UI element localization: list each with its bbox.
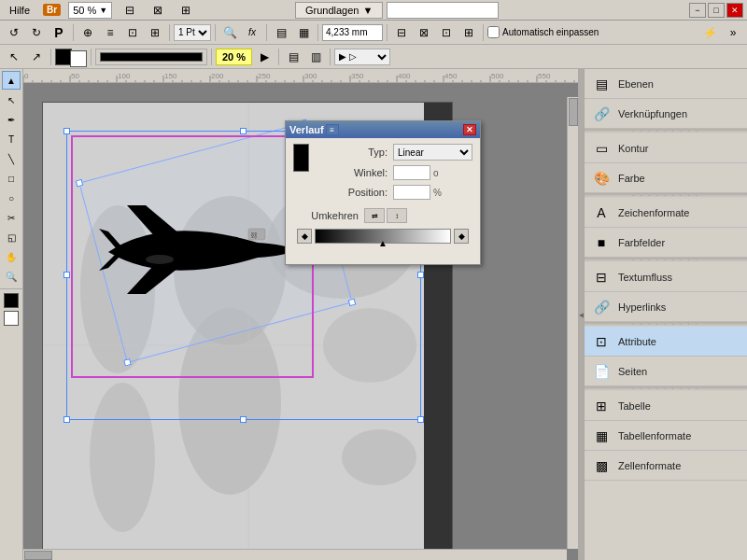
align-left-icon[interactable]: ▤ bbox=[271, 23, 291, 42]
zoom-tool-btn[interactable]: 🔍 bbox=[2, 267, 21, 286]
auto-checkbox[interactable] bbox=[487, 26, 500, 38]
canvas-area[interactable]: ⛓ Verlauf ≡ ✕ bbox=[23, 69, 578, 560]
minimize-button[interactable]: − bbox=[689, 3, 706, 18]
right-panel-item-farbfelder[interactable]: ■Farbfelder bbox=[585, 228, 747, 258]
vertical-scrollbar[interactable] bbox=[567, 97, 578, 549]
gradient-position-input[interactable]: 0 bbox=[393, 185, 430, 200]
v-scroll-thumb[interactable] bbox=[569, 98, 578, 126]
right-panel-item-farbe[interactable]: 🎨Farbe bbox=[585, 163, 747, 193]
separator-3 bbox=[215, 24, 216, 41]
horizontal-scrollbar[interactable] bbox=[23, 549, 567, 560]
svg-point-7 bbox=[342, 429, 416, 485]
width-input[interactable] bbox=[322, 24, 383, 41]
zoom-tool[interactable]: 🔍 bbox=[219, 23, 240, 42]
right-panel-item-zellenformate[interactable]: ▩Zellenformate bbox=[585, 451, 747, 481]
mode-select[interactable]: ▶ ▷ bbox=[334, 49, 390, 65]
zoom-select[interactable]: 50 % ▼ bbox=[68, 2, 112, 19]
right-panel-item-ebenen[interactable]: ▤Ebenen bbox=[585, 69, 747, 99]
fill-indicator[interactable] bbox=[4, 293, 19, 308]
direct-select-tool-btn[interactable]: ↖ bbox=[2, 91, 21, 109]
attribute-icon: ⊡ bbox=[592, 332, 611, 351]
svg-point-4 bbox=[90, 383, 155, 532]
gradient-winkel-input[interactable]: 90 bbox=[393, 165, 430, 180]
right-panel-item-zeichenformate[interactable]: AZeichenformate bbox=[585, 198, 747, 228]
gradient-menu-button[interactable]: ≡ bbox=[326, 124, 339, 135]
icon-tool-3[interactable]: ⊡ bbox=[122, 23, 143, 42]
gradient-umkehren-label: Umkehren bbox=[293, 210, 359, 221]
right-panel-item-tabellenformate[interactable]: ▦Tabellenformate bbox=[585, 421, 747, 451]
transform-icon-2[interactable]: ⊠ bbox=[414, 23, 434, 42]
gradient-bar-left-stop[interactable]: ◆ bbox=[297, 229, 312, 244]
line-tool[interactable]: ╲ bbox=[2, 149, 21, 168]
type-tool[interactable]: T bbox=[2, 130, 21, 148]
align-icon-1[interactable]: ▤ bbox=[283, 48, 303, 66]
color-display[interactable] bbox=[95, 49, 207, 65]
sep-r2-1 bbox=[50, 49, 51, 65]
zoom-highlight-display[interactable]: 20 % bbox=[216, 49, 252, 65]
airplane-image: ⛓ bbox=[90, 177, 304, 327]
ellipse-tool[interactable]: ○ bbox=[2, 189, 21, 207]
icon-tool-1[interactable]: ⊕ bbox=[78, 23, 98, 42]
pen-tool[interactable]: ✒ bbox=[2, 110, 21, 129]
arrow-tool[interactable]: ↖ bbox=[4, 48, 24, 66]
zellenformate-icon: ▩ bbox=[592, 456, 611, 475]
gradient-tool[interactable]: ◱ bbox=[2, 228, 21, 246]
gradient-bar[interactable]: ▲ bbox=[315, 229, 451, 244]
close-button[interactable]: ✕ bbox=[726, 3, 743, 18]
expand-icon[interactable]: » bbox=[723, 23, 743, 42]
reverse-btn-1[interactable]: ⇄ bbox=[364, 208, 385, 223]
right-panel-item-textumfluss[interactable]: ⊟Textumfluss bbox=[585, 262, 747, 292]
icon-tool-2[interactable]: ≡ bbox=[100, 23, 120, 42]
maximize-button[interactable]: □ bbox=[708, 3, 725, 18]
transform-icon-3[interactable]: ⊡ bbox=[436, 23, 457, 42]
hyperlinks-icon: 🔗 bbox=[592, 298, 611, 316]
separator-1 bbox=[73, 24, 74, 41]
grundlagen-button[interactable]: Grundlagen ▼ bbox=[295, 2, 383, 19]
gradient-close-button[interactable]: ✕ bbox=[463, 124, 476, 135]
stroke-color-swatch[interactable] bbox=[70, 50, 87, 67]
gradient-title: Verlauf bbox=[289, 124, 324, 135]
text-tool-button[interactable]: P bbox=[49, 23, 69, 42]
right-panel-item-kontur[interactable]: ▭Kontur bbox=[585, 133, 747, 163]
attribute-label: Attribute bbox=[618, 336, 656, 347]
zoom-increase-icon[interactable]: ▶ bbox=[254, 48, 275, 66]
select-tool[interactable]: ▲ bbox=[2, 71, 21, 90]
layout-icon-2[interactable]: ⊠ bbox=[148, 1, 168, 20]
gradient-bar-right-stop[interactable]: ◆ bbox=[454, 229, 469, 244]
farbe-icon: 🎨 bbox=[592, 169, 611, 188]
gradient-titlebar[interactable]: Verlauf ≡ ✕ bbox=[286, 121, 480, 138]
menu-hilfe[interactable]: Hilfe bbox=[4, 3, 35, 18]
transform-icon-4[interactable]: ⊞ bbox=[458, 23, 479, 42]
redo-button[interactable]: ↻ bbox=[26, 23, 47, 42]
lightning-icon[interactable]: ⚡ bbox=[699, 23, 720, 42]
canvas-scroll[interactable]: ⛓ Verlauf ≡ ✕ bbox=[23, 83, 578, 560]
search-input[interactable] bbox=[387, 2, 499, 19]
right-panel-item-attribute[interactable]: ⊡Attribute bbox=[585, 327, 747, 357]
gradient-color-preview[interactable] bbox=[293, 144, 309, 172]
right-panel-item-hyperlinks[interactable]: 🔗Hyperlinks bbox=[585, 292, 747, 322]
hand-tool[interactable]: ✋ bbox=[2, 247, 21, 266]
reverse-btn-2[interactable]: ↕ bbox=[387, 208, 407, 223]
align-right-icon[interactable]: ▦ bbox=[293, 23, 314, 42]
pt-select[interactable]: 1 Pt bbox=[174, 24, 211, 41]
gradient-typ-select[interactable]: Linear Radial bbox=[393, 144, 472, 161]
layout-icon-3[interactable]: ⊞ bbox=[176, 1, 196, 20]
fx-button[interactable]: fx bbox=[242, 23, 262, 42]
gradient-typ-label: Typ: bbox=[322, 147, 388, 158]
rect-tool[interactable]: □ bbox=[2, 169, 21, 188]
stroke-indicator[interactable] bbox=[4, 311, 19, 326]
scissors-tool[interactable]: ✂ bbox=[2, 208, 21, 227]
kontur-label: Kontur bbox=[618, 143, 648, 154]
undo-button[interactable]: ↺ bbox=[4, 23, 24, 42]
direct-select-tool[interactable]: ↗ bbox=[26, 48, 47, 66]
icon-tool-4[interactable]: ⊞ bbox=[145, 23, 165, 42]
right-panel-item-verknuepfungen[interactable]: 🔗Verknüpfungen bbox=[585, 99, 747, 129]
grundlagen-arrow-icon: ▼ bbox=[362, 5, 373, 16]
layout-icon-1[interactable]: ⊟ bbox=[120, 1, 140, 20]
right-panel-item-seiten[interactable]: 📄Seiten bbox=[585, 357, 747, 386]
h-scroll-thumb[interactable] bbox=[24, 551, 52, 560]
align-icon-2[interactable]: ▥ bbox=[305, 48, 326, 66]
transform-icon-1[interactable]: ⊟ bbox=[391, 23, 412, 42]
auto-label: Automatisch einpassen bbox=[487, 26, 599, 38]
right-panel-item-tabelle[interactable]: ⊞Tabelle bbox=[585, 391, 747, 421]
